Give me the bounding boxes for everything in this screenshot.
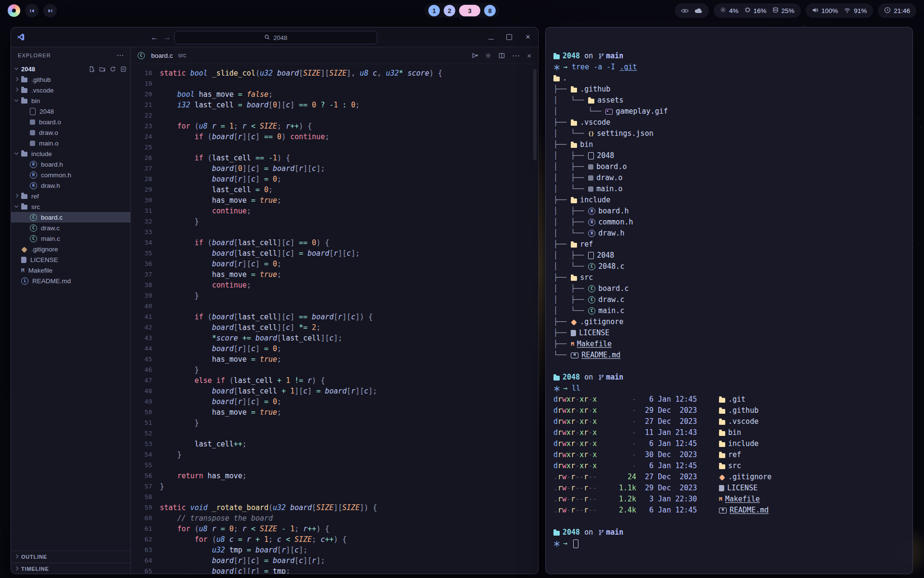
terminal-window[interactable]: 2048 on main→ tree -a -I .git.├── .githu… <box>545 27 913 574</box>
code-line[interactable]: 59static void _rotate_board(u32 board[SI… <box>131 502 538 513</box>
code-line[interactable]: 58 <box>131 492 538 502</box>
outline-section[interactable]: OUTLINE <box>11 551 130 563</box>
refresh-button[interactable] <box>110 66 116 72</box>
tab-file-name[interactable]: board.c <box>151 52 173 59</box>
code-line[interactable]: 40 <box>131 301 538 312</box>
workspace-3[interactable]: 3 <box>459 5 480 16</box>
minimize-button[interactable] <box>488 35 494 39</box>
terminal-command[interactable]: → ll <box>553 383 912 394</box>
timeline-section[interactable]: TIMELINE <box>11 563 130 574</box>
terminal-input[interactable]: → <box>553 538 912 549</box>
code-line[interactable]: 22 <box>131 110 538 121</box>
split-editor-button[interactable] <box>499 53 505 59</box>
code-line[interactable]: 31 continue; <box>131 206 538 216</box>
explorer-item-board.c[interactable]: Cboard.c <box>11 212 130 223</box>
explorer-item-src[interactable]: src <box>11 201 130 212</box>
code-line[interactable]: 46 } <box>131 365 538 375</box>
explorer-item-main.o[interactable]: main.o <box>11 138 130 148</box>
workspace-2[interactable]: 2 <box>444 5 455 16</box>
editor-scrollbar[interactable] <box>533 69 537 160</box>
code-line[interactable]: 62 for (u8 c = r + 1; c < SIZE; c++) { <box>131 534 538 545</box>
code-line[interactable]: 57} <box>131 481 538 492</box>
collapse-all-button[interactable] <box>120 66 127 72</box>
explorer-root-folder[interactable]: 2048 <box>11 64 130 74</box>
code-line[interactable]: 38 continue; <box>131 280 538 290</box>
terminal-cursor[interactable] <box>573 539 578 548</box>
explorer-item-.vscode[interactable]: .vscode <box>11 85 130 95</box>
workspace-1[interactable]: 1 <box>428 5 440 16</box>
app-launcher-icon[interactable] <box>8 4 20 17</box>
explorer-item-Makefile[interactable]: MMakefile <box>11 265 130 276</box>
code-line[interactable]: 65 board[c][r] = tmp; <box>131 566 538 574</box>
run-button[interactable]: ▾ <box>471 53 478 59</box>
code-line[interactable]: 42 board[last_cell][c] *= 2; <box>131 322 538 333</box>
explorer-item-common.h[interactable]: Hcommon.h <box>11 170 130 180</box>
code-line[interactable]: 48 board[last_cell + 1][c] = board[r][c]… <box>131 386 538 396</box>
explorer-item-board.h[interactable]: Hboard.h <box>11 159 130 170</box>
code-line[interactable]: 49 board[r][c] = 0; <box>131 396 538 407</box>
workspace-8[interactable]: 8 <box>484 5 496 16</box>
code-line[interactable]: 37 has_move = true; <box>131 269 538 280</box>
command-center-search[interactable]: 2048 <box>174 31 377 44</box>
code-line[interactable]: 34 if (board[last_cell][c] == 0) { <box>131 237 538 248</box>
explorer-item-ref[interactable]: ref <box>11 191 130 201</box>
code-line[interactable]: 24 if (board[r][c] == 0) continue; <box>131 131 538 142</box>
close-button[interactable]: × <box>525 34 531 40</box>
explorer-item-LICENSE[interactable]: LICENSE <box>11 254 130 265</box>
code-line[interactable]: 23 for (u8 r = 1; r < SIZE; r++) { <box>131 121 538 131</box>
code-line[interactable]: 60 // transpose the board <box>131 513 538 524</box>
explorer-item-main.c[interactable]: Cmain.c <box>11 233 130 244</box>
code-line[interactable]: 29 last_cell = 0; <box>131 184 538 195</box>
code-line[interactable]: 54 } <box>131 449 538 460</box>
code-line[interactable]: 19 <box>131 79 538 89</box>
code-editor[interactable]: 18static bool _slide_col(u32 board[SIZE]… <box>131 64 538 574</box>
code-line[interactable]: 44 board[r][c] = 0; <box>131 343 538 354</box>
new-file-button[interactable] <box>89 66 95 72</box>
explorer-item-README.md[interactable]: iREADME.md <box>11 276 130 286</box>
code-line[interactable]: 27 board[0][c] = board[r][c]; <box>131 163 538 174</box>
code-line[interactable]: 47 else if (last_cell + 1 != r) { <box>131 375 538 386</box>
explorer-item-bin[interactable]: bin <box>11 95 130 106</box>
weather-widget[interactable] <box>675 3 709 18</box>
code-line[interactable]: 51 } <box>131 418 538 428</box>
code-line[interactable]: 20 bool has_move = false; <box>131 89 538 100</box>
media-prev-button[interactable] <box>25 4 38 17</box>
code-line[interactable]: 28 board[r][c] = 0; <box>131 174 538 184</box>
code-line[interactable]: 63 u32 tmp = board[r][c]; <box>131 545 538 555</box>
code-line[interactable]: 18static bool _slide_col(u32 board[SIZE]… <box>131 68 538 79</box>
code-line[interactable]: 61 for (u8 r = 0; r < SIZE - 1; r++) { <box>131 524 538 534</box>
code-line[interactable]: 43 *score += board[last_cell][c]; <box>131 333 538 343</box>
close-editor-button[interactable]: × <box>527 52 531 60</box>
nav-forward-button[interactable]: → <box>161 32 173 43</box>
maximize-button[interactable] <box>506 34 512 40</box>
explorer-item-draw.o[interactable]: draw.o <box>11 127 130 138</box>
explorer-item-.gitignore[interactable]: .gitignore <box>11 244 130 254</box>
explorer-item-2048[interactable]: 2048 <box>11 106 130 117</box>
audio-network-widget[interactable]: 100% 91% <box>806 3 873 18</box>
clock-widget[interactable]: 21:46 <box>878 3 916 18</box>
code-line[interactable]: 33 <box>131 227 538 237</box>
settings-gear-icon[interactable] <box>485 53 491 59</box>
code-line[interactable]: 56 return has_move; <box>131 471 538 481</box>
code-line[interactable]: 41 if (board[last_cell][c] == board[r][c… <box>131 312 538 322</box>
code-line[interactable]: 21 i32 last_cell = board[0][c] == 0 ? -1… <box>131 100 538 110</box>
more-actions-icon[interactable]: ⋯ <box>512 51 520 60</box>
media-next-button[interactable] <box>43 4 57 17</box>
explorer-item-board.o[interactable]: board.o <box>11 117 130 127</box>
explorer-more-actions-icon[interactable]: ⋯ <box>116 51 124 60</box>
code-line[interactable]: 25 <box>131 142 538 153</box>
code-line[interactable]: 36 board[r][c] = 0; <box>131 259 538 269</box>
code-line[interactable]: 32 } <box>131 216 538 227</box>
new-folder-button[interactable] <box>99 66 105 72</box>
code-line[interactable]: 53 last_cell++; <box>131 439 538 449</box>
code-line[interactable]: 39 } <box>131 290 538 301</box>
code-line[interactable]: 55 <box>131 460 538 471</box>
code-line[interactable]: 35 board[last_cell][c] = board[r][c]; <box>131 248 538 259</box>
terminal-command[interactable]: → tree -a -I .git <box>553 62 912 73</box>
code-line[interactable]: 26 if (last_cell == -1) { <box>131 153 538 163</box>
explorer-item-include[interactable]: include <box>11 148 130 159</box>
explorer-item-draw.c[interactable]: Cdraw.c <box>11 223 130 233</box>
nav-back-button[interactable]: ← <box>149 32 160 43</box>
code-line[interactable]: 30 has_move = true; <box>131 195 538 206</box>
code-line[interactable]: 64 board[r][c] = board[c][r]; <box>131 555 538 566</box>
